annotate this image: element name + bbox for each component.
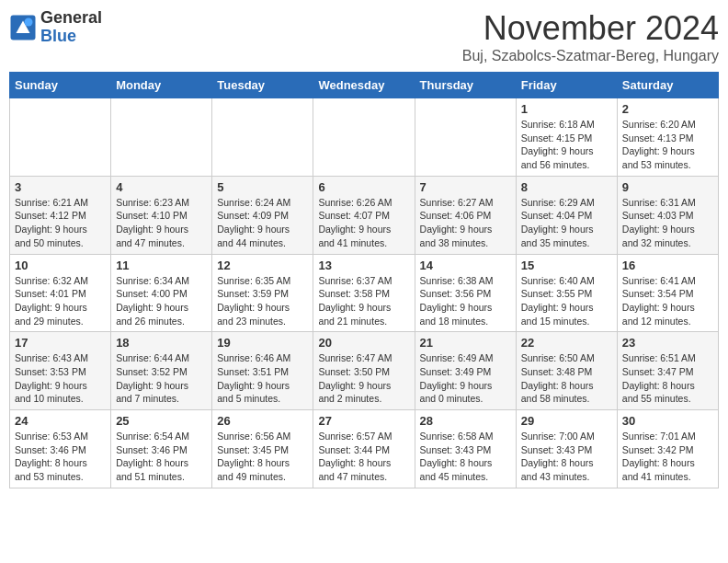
calendar-cell: 13Sunrise: 6:37 AM Sunset: 3:58 PM Dayli… <box>313 254 415 332</box>
day-info: Sunrise: 7:01 AM Sunset: 3:42 PM Dayligh… <box>622 430 713 484</box>
calendar-cell <box>10 98 111 177</box>
calendar-cell: 6Sunrise: 6:26 AM Sunset: 4:07 PM Daylig… <box>313 176 415 254</box>
logo-text: General Blue <box>40 9 102 46</box>
day-number: 24 <box>15 414 106 428</box>
day-number: 9 <box>622 180 713 194</box>
day-number: 10 <box>15 259 106 272</box>
day-number: 2 <box>622 102 713 116</box>
day-info: Sunrise: 6:27 AM Sunset: 4:06 PM Dayligh… <box>420 196 511 250</box>
day-info: Sunrise: 6:20 AM Sunset: 4:13 PM Dayligh… <box>622 118 713 172</box>
calendar-cell <box>111 98 212 177</box>
calendar-cell: 18Sunrise: 6:44 AM Sunset: 3:52 PM Dayli… <box>111 332 212 410</box>
day-info: Sunrise: 6:34 AM Sunset: 4:00 PM Dayligh… <box>116 274 207 328</box>
weekday-header-saturday: Saturday <box>617 73 718 98</box>
location-title: Buj, Szabolcs-Szatmar-Bereg, Hungary <box>462 48 719 64</box>
day-info: Sunrise: 6:40 AM Sunset: 3:55 PM Dayligh… <box>521 274 612 328</box>
logo-blue-text: Blue <box>40 28 102 46</box>
day-number: 5 <box>217 180 308 194</box>
day-number: 3 <box>15 180 106 194</box>
day-number: 11 <box>116 259 207 272</box>
logo-icon <box>9 14 37 41</box>
calendar-cell: 9Sunrise: 6:31 AM Sunset: 4:03 PM Daylig… <box>617 176 718 254</box>
calendar-cell: 19Sunrise: 6:46 AM Sunset: 3:51 PM Dayli… <box>212 332 313 410</box>
day-number: 21 <box>420 336 511 350</box>
day-info: Sunrise: 6:46 AM Sunset: 3:51 PM Dayligh… <box>217 351 308 406</box>
calendar-cell <box>415 98 516 177</box>
weekday-header-sunday: Sunday <box>10 73 111 98</box>
calendar-cell: 3Sunrise: 6:21 AM Sunset: 4:12 PM Daylig… <box>10 176 111 254</box>
day-info: Sunrise: 6:56 AM Sunset: 3:45 PM Dayligh… <box>217 430 308 484</box>
calendar-cell: 15Sunrise: 6:40 AM Sunset: 3:55 PM Dayli… <box>516 254 617 332</box>
calendar-cell: 20Sunrise: 6:47 AM Sunset: 3:50 PM Dayli… <box>313 332 415 410</box>
calendar-cell: 25Sunrise: 6:54 AM Sunset: 3:46 PM Dayli… <box>111 410 212 488</box>
logo-general-text: General <box>40 9 102 28</box>
day-number: 18 <box>116 336 207 350</box>
svg-point-2 <box>25 17 33 26</box>
day-info: Sunrise: 6:24 AM Sunset: 4:09 PM Dayligh… <box>217 196 308 250</box>
calendar-cell <box>313 98 415 177</box>
calendar-cell: 14Sunrise: 6:38 AM Sunset: 3:56 PM Dayli… <box>415 254 516 332</box>
day-info: Sunrise: 6:51 AM Sunset: 3:47 PM Dayligh… <box>622 351 713 406</box>
calendar-cell: 23Sunrise: 6:51 AM Sunset: 3:47 PM Dayli… <box>617 332 718 410</box>
header: General Blue November 2024 Buj, Szabolcs… <box>9 9 719 64</box>
weekday-header-tuesday: Tuesday <box>212 73 313 98</box>
day-info: Sunrise: 6:38 AM Sunset: 3:56 PM Dayligh… <box>420 274 511 328</box>
calendar-body: 1Sunrise: 6:18 AM Sunset: 4:15 PM Daylig… <box>10 98 719 488</box>
day-info: Sunrise: 6:31 AM Sunset: 4:03 PM Dayligh… <box>622 196 713 250</box>
day-info: Sunrise: 6:26 AM Sunset: 4:07 PM Dayligh… <box>318 196 409 250</box>
calendar-cell: 4Sunrise: 6:23 AM Sunset: 4:10 PM Daylig… <box>111 176 212 254</box>
calendar-cell: 8Sunrise: 6:29 AM Sunset: 4:04 PM Daylig… <box>516 176 617 254</box>
day-info: Sunrise: 6:58 AM Sunset: 3:43 PM Dayligh… <box>420 430 511 484</box>
day-info: Sunrise: 6:35 AM Sunset: 3:59 PM Dayligh… <box>217 274 308 328</box>
day-number: 7 <box>420 180 511 194</box>
day-number: 19 <box>217 336 308 350</box>
day-info: Sunrise: 6:43 AM Sunset: 3:53 PM Dayligh… <box>15 351 106 406</box>
day-info: Sunrise: 6:49 AM Sunset: 3:49 PM Dayligh… <box>420 351 511 406</box>
calendar-cell: 10Sunrise: 6:32 AM Sunset: 4:01 PM Dayli… <box>10 254 111 332</box>
weekday-header-row: SundayMondayTuesdayWednesdayThursdayFrid… <box>10 73 719 98</box>
day-number: 8 <box>521 180 612 194</box>
day-number: 23 <box>622 336 713 350</box>
calendar-cell: 2Sunrise: 6:20 AM Sunset: 4:13 PM Daylig… <box>617 98 718 177</box>
day-info: Sunrise: 6:44 AM Sunset: 3:52 PM Dayligh… <box>116 351 207 406</box>
logo: General Blue <box>9 9 102 46</box>
day-info: Sunrise: 6:50 AM Sunset: 3:48 PM Dayligh… <box>521 351 612 406</box>
calendar-week-5: 24Sunrise: 6:53 AM Sunset: 3:46 PM Dayli… <box>10 410 719 488</box>
day-number: 16 <box>622 259 713 272</box>
day-number: 30 <box>622 414 713 428</box>
day-number: 14 <box>420 259 511 272</box>
day-number: 17 <box>15 336 106 350</box>
calendar-cell: 21Sunrise: 6:49 AM Sunset: 3:49 PM Dayli… <box>415 332 516 410</box>
day-number: 28 <box>420 414 511 428</box>
month-title: November 2024 <box>462 9 719 48</box>
day-info: Sunrise: 6:23 AM Sunset: 4:10 PM Dayligh… <box>116 196 207 250</box>
day-number: 25 <box>116 414 207 428</box>
calendar-week-4: 17Sunrise: 6:43 AM Sunset: 3:53 PM Dayli… <box>10 332 719 410</box>
day-info: Sunrise: 7:00 AM Sunset: 3:43 PM Dayligh… <box>521 430 612 484</box>
day-info: Sunrise: 6:57 AM Sunset: 3:44 PM Dayligh… <box>318 430 409 484</box>
day-number: 4 <box>116 180 207 194</box>
calendar-cell: 11Sunrise: 6:34 AM Sunset: 4:00 PM Dayli… <box>111 254 212 332</box>
calendar-cell: 17Sunrise: 6:43 AM Sunset: 3:53 PM Dayli… <box>10 332 111 410</box>
title-area: November 2024 Buj, Szabolcs-Szatmar-Bere… <box>462 9 719 64</box>
weekday-header-monday: Monday <box>111 73 212 98</box>
calendar-week-1: 1Sunrise: 6:18 AM Sunset: 4:15 PM Daylig… <box>10 98 719 177</box>
day-info: Sunrise: 6:47 AM Sunset: 3:50 PM Dayligh… <box>318 351 409 406</box>
calendar-cell: 7Sunrise: 6:27 AM Sunset: 4:06 PM Daylig… <box>415 176 516 254</box>
day-number: 12 <box>217 259 308 272</box>
calendar-week-2: 3Sunrise: 6:21 AM Sunset: 4:12 PM Daylig… <box>10 176 719 254</box>
day-info: Sunrise: 6:32 AM Sunset: 4:01 PM Dayligh… <box>15 274 106 328</box>
calendar-cell: 12Sunrise: 6:35 AM Sunset: 3:59 PM Dayli… <box>212 254 313 332</box>
calendar-table: SundayMondayTuesdayWednesdayThursdayFrid… <box>9 72 719 488</box>
calendar-cell: 5Sunrise: 6:24 AM Sunset: 4:09 PM Daylig… <box>212 176 313 254</box>
day-info: Sunrise: 6:29 AM Sunset: 4:04 PM Dayligh… <box>521 196 612 250</box>
day-number: 26 <box>217 414 308 428</box>
calendar-cell: 22Sunrise: 6:50 AM Sunset: 3:48 PM Dayli… <box>516 332 617 410</box>
day-info: Sunrise: 6:18 AM Sunset: 4:15 PM Dayligh… <box>521 118 612 172</box>
day-info: Sunrise: 6:54 AM Sunset: 3:46 PM Dayligh… <box>116 430 207 484</box>
calendar-week-3: 10Sunrise: 6:32 AM Sunset: 4:01 PM Dayli… <box>10 254 719 332</box>
calendar-cell: 27Sunrise: 6:57 AM Sunset: 3:44 PM Dayli… <box>313 410 415 488</box>
day-number: 27 <box>318 414 409 428</box>
day-number: 22 <box>521 336 612 350</box>
calendar-cell: 30Sunrise: 7:01 AM Sunset: 3:42 PM Dayli… <box>617 410 718 488</box>
